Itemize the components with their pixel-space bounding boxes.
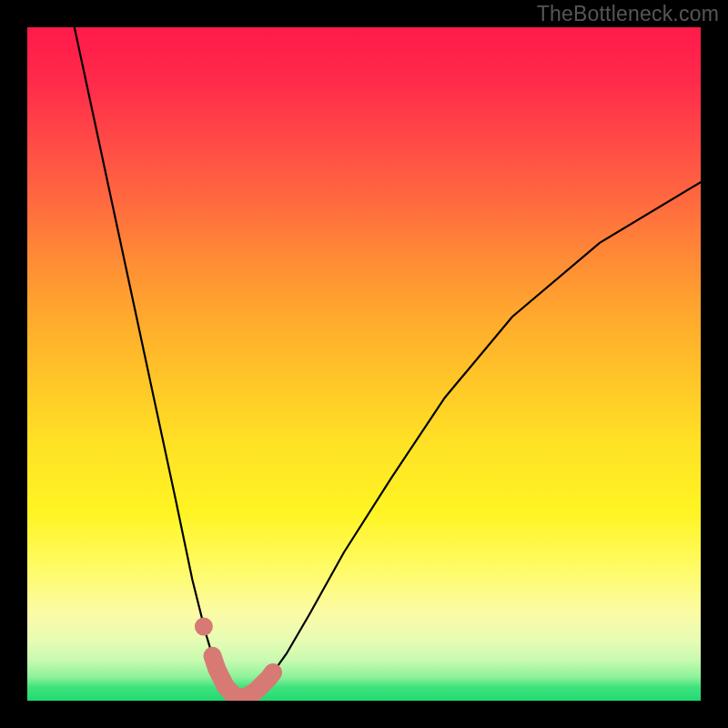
curve-layer <box>27 27 701 701</box>
chart-outer-frame: TheBottleneck.com <box>0 0 728 728</box>
watermark-text: TheBottleneck.com <box>537 2 719 26</box>
bottleneck-curve <box>75 27 701 697</box>
highlight-valley-band <box>213 656 274 698</box>
plot-area <box>27 27 701 701</box>
highlight-dot <box>195 618 213 636</box>
